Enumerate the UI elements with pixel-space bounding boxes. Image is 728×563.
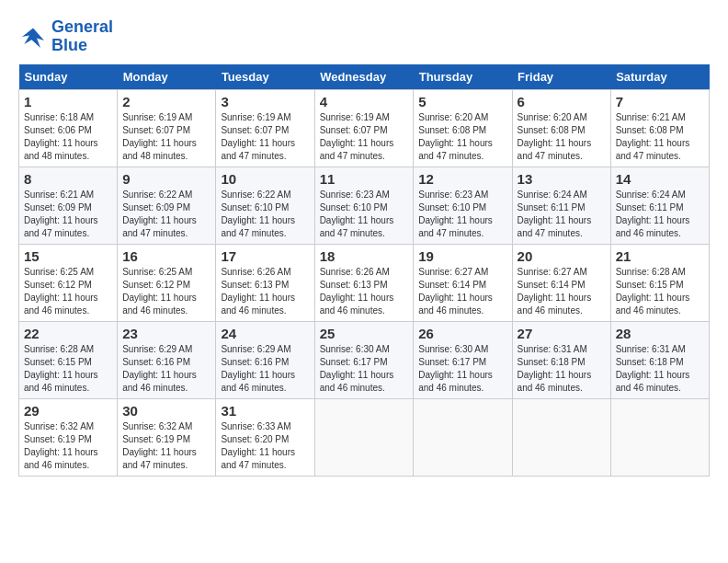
day-info: Sunrise: 6:18 AM Sunset: 6:06 PM Dayligh… [24, 111, 112, 163]
day-number: 6 [518, 94, 606, 109]
day-number: 31 [221, 403, 309, 419]
calendar-cell [512, 398, 610, 476]
calendar-week-5: 29Sunrise: 6:32 AM Sunset: 6:19 PM Dayli… [19, 398, 710, 476]
day-number: 9 [122, 171, 210, 187]
calendar-cell: 20Sunrise: 6:27 AM Sunset: 6:14 PM Dayli… [512, 244, 610, 321]
day-info: Sunrise: 6:19 AM Sunset: 6:07 PM Dayligh… [320, 111, 409, 163]
day-number: 17 [221, 248, 309, 264]
calendar-header-row: SundayMondayTuesdayWednesdayThursdayFrid… [19, 64, 710, 90]
calendar-cell [414, 398, 512, 476]
calendar-cell: 12Sunrise: 6:23 AM Sunset: 6:10 PM Dayli… [414, 167, 512, 244]
day-number: 28 [616, 326, 704, 341]
calendar-cell: 7Sunrise: 6:21 AM Sunset: 6:08 PM Daylig… [610, 89, 709, 167]
day-info: Sunrise: 6:31 AM Sunset: 6:18 PM Dayligh… [518, 343, 606, 395]
calendar-header-sunday: Sunday [19, 64, 118, 90]
calendar-cell: 10Sunrise: 6:22 AM Sunset: 6:10 PM Dayli… [216, 167, 314, 244]
day-number: 7 [616, 94, 704, 109]
calendar-cell: 27Sunrise: 6:31 AM Sunset: 6:18 PM Dayli… [512, 321, 610, 398]
day-number: 10 [221, 171, 309, 187]
day-number: 23 [122, 326, 210, 341]
calendar-cell [314, 398, 414, 476]
day-number: 21 [616, 248, 704, 264]
calendar-week-2: 8Sunrise: 6:21 AM Sunset: 6:09 PM Daylig… [19, 167, 710, 244]
day-info: Sunrise: 6:23 AM Sunset: 6:10 PM Dayligh… [320, 189, 409, 240]
calendar-header-friday: Friday [512, 64, 610, 90]
day-number: 24 [221, 326, 309, 341]
day-number: 4 [320, 94, 409, 109]
day-number: 13 [518, 171, 606, 187]
day-number: 14 [616, 171, 704, 187]
day-info: Sunrise: 6:22 AM Sunset: 6:10 PM Dayligh… [221, 189, 309, 240]
calendar-cell: 21Sunrise: 6:28 AM Sunset: 6:15 PM Dayli… [610, 244, 709, 321]
day-info: Sunrise: 6:25 AM Sunset: 6:12 PM Dayligh… [122, 266, 210, 317]
calendar-cell: 23Sunrise: 6:29 AM Sunset: 6:16 PM Dayli… [118, 321, 216, 398]
day-info: Sunrise: 6:24 AM Sunset: 6:11 PM Dayligh… [518, 189, 606, 240]
day-info: Sunrise: 6:19 AM Sunset: 6:07 PM Dayligh… [221, 111, 309, 163]
calendar-cell: 22Sunrise: 6:28 AM Sunset: 6:15 PM Dayli… [19, 321, 118, 398]
calendar-cell: 1Sunrise: 6:18 AM Sunset: 6:06 PM Daylig… [19, 89, 118, 167]
day-number: 26 [418, 326, 506, 341]
day-info: Sunrise: 6:32 AM Sunset: 6:19 PM Dayligh… [24, 420, 112, 472]
calendar-cell: 16Sunrise: 6:25 AM Sunset: 6:12 PM Dayli… [118, 244, 216, 321]
day-info: Sunrise: 6:28 AM Sunset: 6:15 PM Dayligh… [616, 266, 704, 317]
day-info: Sunrise: 6:20 AM Sunset: 6:08 PM Dayligh… [418, 111, 506, 163]
day-info: Sunrise: 6:28 AM Sunset: 6:15 PM Dayligh… [24, 343, 112, 395]
day-info: Sunrise: 6:26 AM Sunset: 6:13 PM Dayligh… [320, 266, 409, 317]
day-number: 29 [24, 403, 112, 419]
day-info: Sunrise: 6:33 AM Sunset: 6:20 PM Dayligh… [221, 420, 309, 472]
day-number: 20 [518, 248, 606, 264]
day-info: Sunrise: 6:25 AM Sunset: 6:12 PM Dayligh… [24, 266, 112, 317]
calendar-cell: 26Sunrise: 6:30 AM Sunset: 6:17 PM Dayli… [414, 321, 512, 398]
day-number: 5 [418, 94, 506, 109]
day-info: Sunrise: 6:21 AM Sunset: 6:08 PM Dayligh… [616, 111, 704, 163]
calendar-cell: 6Sunrise: 6:20 AM Sunset: 6:08 PM Daylig… [512, 89, 610, 167]
calendar-header-wednesday: Wednesday [314, 64, 414, 90]
day-info: Sunrise: 6:30 AM Sunset: 6:17 PM Dayligh… [320, 343, 409, 395]
day-number: 3 [221, 94, 309, 109]
calendar-cell: 15Sunrise: 6:25 AM Sunset: 6:12 PM Dayli… [19, 244, 118, 321]
day-info: Sunrise: 6:20 AM Sunset: 6:08 PM Dayligh… [518, 111, 606, 163]
day-info: Sunrise: 6:26 AM Sunset: 6:13 PM Dayligh… [221, 266, 309, 317]
day-info: Sunrise: 6:22 AM Sunset: 6:09 PM Dayligh… [122, 189, 210, 240]
day-info: Sunrise: 6:27 AM Sunset: 6:14 PM Dayligh… [518, 266, 606, 317]
day-number: 11 [320, 171, 409, 187]
calendar-cell: 24Sunrise: 6:29 AM Sunset: 6:16 PM Dayli… [216, 321, 314, 398]
day-number: 22 [24, 326, 112, 341]
calendar-cell: 14Sunrise: 6:24 AM Sunset: 6:11 PM Dayli… [610, 167, 709, 244]
calendar-header-monday: Monday [118, 64, 216, 90]
day-info: Sunrise: 6:32 AM Sunset: 6:19 PM Dayligh… [122, 420, 210, 472]
day-number: 27 [518, 326, 606, 341]
calendar-cell: 13Sunrise: 6:24 AM Sunset: 6:11 PM Dayli… [512, 167, 610, 244]
day-number: 16 [122, 248, 210, 264]
calendar-header-saturday: Saturday [610, 64, 709, 90]
calendar-table: SundayMondayTuesdayWednesdayThursdayFrid… [18, 64, 710, 477]
calendar-cell: 4Sunrise: 6:19 AM Sunset: 6:07 PM Daylig… [314, 89, 414, 167]
calendar-cell: 19Sunrise: 6:27 AM Sunset: 6:14 PM Dayli… [414, 244, 512, 321]
calendar-cell: 9Sunrise: 6:22 AM Sunset: 6:09 PM Daylig… [118, 167, 216, 244]
calendar-cell: 5Sunrise: 6:20 AM Sunset: 6:08 PM Daylig… [414, 89, 512, 167]
day-number: 12 [418, 171, 506, 187]
calendar-cell: 17Sunrise: 6:26 AM Sunset: 6:13 PM Dayli… [216, 244, 314, 321]
day-number: 30 [122, 403, 210, 419]
calendar-cell: 30Sunrise: 6:32 AM Sunset: 6:19 PM Dayli… [118, 398, 216, 476]
calendar-week-1: 1Sunrise: 6:18 AM Sunset: 6:06 PM Daylig… [19, 89, 710, 167]
day-number: 1 [24, 94, 112, 109]
day-info: Sunrise: 6:29 AM Sunset: 6:16 PM Dayligh… [122, 343, 210, 395]
day-info: Sunrise: 6:23 AM Sunset: 6:10 PM Dayligh… [418, 189, 506, 240]
day-info: Sunrise: 6:27 AM Sunset: 6:14 PM Dayligh… [418, 266, 506, 317]
calendar-cell: 8Sunrise: 6:21 AM Sunset: 6:09 PM Daylig… [19, 167, 118, 244]
day-number: 2 [122, 94, 210, 109]
day-info: Sunrise: 6:21 AM Sunset: 6:09 PM Dayligh… [24, 189, 112, 240]
day-number: 19 [418, 248, 506, 264]
calendar-week-4: 22Sunrise: 6:28 AM Sunset: 6:15 PM Dayli… [19, 321, 710, 398]
calendar-cell [610, 398, 709, 476]
calendar-week-3: 15Sunrise: 6:25 AM Sunset: 6:12 PM Dayli… [19, 244, 710, 321]
logo-text: General Blue [51, 18, 113, 55]
day-info: Sunrise: 6:30 AM Sunset: 6:17 PM Dayligh… [418, 343, 506, 395]
day-number: 25 [320, 326, 409, 341]
logo: General Blue [18, 18, 113, 55]
calendar-cell: 18Sunrise: 6:26 AM Sunset: 6:13 PM Dayli… [314, 244, 414, 321]
day-info: Sunrise: 6:31 AM Sunset: 6:18 PM Dayligh… [616, 343, 704, 395]
calendar-header-thursday: Thursday [414, 64, 512, 90]
day-number: 18 [320, 248, 409, 264]
